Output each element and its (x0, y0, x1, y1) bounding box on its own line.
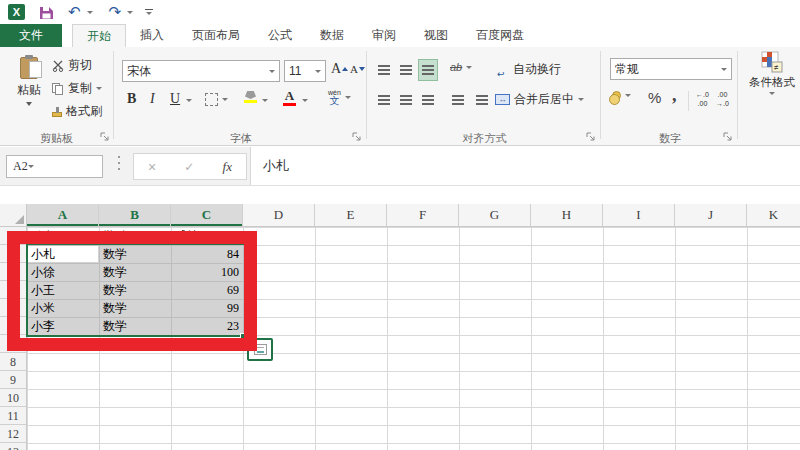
group-separator (366, 51, 367, 139)
formula-bar: A2 × ✓ fx 小札 (0, 147, 800, 186)
copy-dropdown-arrow (96, 87, 102, 90)
increase-indent-button[interactable] (472, 89, 492, 111)
column-header-I[interactable]: I (603, 204, 675, 226)
tab-review[interactable]: 审阅 (358, 24, 410, 47)
font-color-dropdown-arrow[interactable] (302, 99, 308, 102)
align-left-icon (378, 95, 390, 97)
column-header-C[interactable]: C (171, 204, 243, 226)
fill-color-dropdown-arrow[interactable] (262, 99, 268, 102)
tab-formulas[interactable]: 公式 (254, 24, 306, 47)
paste-clipboard-icon (20, 57, 38, 79)
percent-style-button[interactable]: % (648, 89, 661, 106)
undo-icon[interactable]: ↶ (68, 4, 81, 20)
select-all-corner[interactable] (0, 204, 27, 227)
column-header-B[interactable]: B (99, 204, 171, 226)
align-center-button[interactable] (396, 89, 416, 111)
comma-style-button[interactable]: , (672, 85, 677, 106)
italic-button[interactable]: I (150, 91, 155, 107)
formula-buttons: × ✓ fx (133, 153, 247, 180)
conditional-formatting-button[interactable]: ≠ 条件格式 (744, 51, 800, 95)
tab-file[interactable]: 文件 (0, 24, 62, 47)
quick-access-toolbar: X ↶ ↷ (0, 0, 800, 24)
grow-font-button[interactable]: A (331, 61, 348, 77)
top-align-button[interactable] (374, 59, 394, 81)
shrink-font-arrow-icon (359, 67, 365, 71)
accounting-format-button[interactable] (612, 91, 631, 100)
column-header-H[interactable]: H (531, 204, 603, 226)
borders-button[interactable] (205, 93, 228, 106)
fill-color-button[interactable] (244, 91, 257, 103)
row-header-9[interactable]: 9 (0, 371, 26, 389)
shrink-font-button[interactable]: A (350, 63, 365, 75)
column-header-K[interactable]: K (747, 204, 800, 226)
font-size-combo[interactable]: 11 (284, 60, 326, 82)
decrease-decimal-button[interactable]: .00 →.0 (716, 91, 729, 109)
merge-center-dropdown-arrow (578, 98, 584, 101)
underline-button[interactable]: U (170, 91, 180, 107)
formula-bar-separator-dots (118, 156, 120, 158)
font-color-button[interactable]: A (283, 89, 296, 106)
group-separator (113, 51, 114, 139)
excel-window: X ↶ ↷ 文件 开始 插入 页面布局 公式 数据 审阅 视图 百度网盘 粘贴 (0, 0, 800, 450)
increase-decimal-button[interactable]: ←.0 .00 (696, 91, 709, 109)
phonetic-guide-button[interactable]: wén 文 (328, 89, 351, 106)
row-header-13[interactable]: 13 (0, 443, 26, 450)
borders-icon (205, 93, 218, 106)
column-header-A[interactable]: A (27, 204, 99, 226)
cancel-icon[interactable]: × (148, 159, 156, 175)
redo-icon[interactable]: ↷ (109, 4, 122, 20)
font-dialog-launcher-icon[interactable] (352, 132, 362, 142)
enter-icon[interactable]: ✓ (184, 160, 194, 174)
cut-button[interactable]: 剪切 (52, 57, 92, 74)
excel-app-icon[interactable]: X (8, 4, 25, 20)
tab-insert[interactable]: 插入 (126, 24, 178, 47)
undo-dropdown-arrow[interactable] (87, 11, 93, 14)
column-header-J[interactable]: J (675, 204, 747, 226)
tab-home[interactable]: 开始 (72, 24, 126, 47)
wrap-text-icon: ↩ (495, 64, 509, 76)
align-left-button[interactable] (374, 89, 394, 111)
row-header-11[interactable]: 11 (0, 407, 26, 425)
column-header-G[interactable]: G (459, 204, 531, 226)
copy-button[interactable]: 复制 (52, 80, 102, 97)
scissors-icon (52, 60, 64, 72)
align-right-button[interactable] (418, 89, 438, 111)
tab-page-layout[interactable]: 页面布局 (178, 24, 254, 47)
row-header-10[interactable]: 10 (0, 389, 26, 407)
row-header-12[interactable]: 12 (0, 425, 26, 443)
paste-button[interactable]: 粘贴 (9, 57, 49, 106)
column-header-F[interactable]: F (387, 204, 459, 226)
tab-baidu-netdisk[interactable]: 百度网盘 (462, 24, 538, 47)
align-right-icon (422, 95, 434, 97)
conditional-formatting-icon: ≠ (761, 51, 783, 73)
insert-function-icon[interactable]: fx (223, 159, 232, 175)
name-box[interactable]: A2 (6, 155, 103, 178)
decrease-indent-button[interactable] (448, 89, 468, 111)
font-name-combo[interactable]: 宋体 (122, 60, 280, 82)
phonetic-dropdown-arrow (345, 96, 351, 99)
underline-dropdown-arrow[interactable] (186, 99, 192, 102)
bottom-align-button[interactable] (418, 59, 438, 81)
alignment-group-label: 对齐方式 (369, 131, 600, 146)
column-header-D[interactable]: D (243, 204, 315, 226)
alignment-dialog-launcher-icon[interactable] (586, 132, 596, 142)
format-painter-button[interactable]: 格式刷 (52, 103, 102, 120)
number-format-combo[interactable]: 常规 (610, 58, 732, 80)
wrap-text-button[interactable]: ↩ 自动换行 (495, 61, 561, 78)
orientation-button[interactable]: ab (450, 61, 472, 73)
customize-qat-icon[interactable] (145, 9, 153, 15)
number-dialog-launcher-icon[interactable] (723, 132, 733, 142)
column-header-E[interactable]: E (315, 204, 387, 226)
row-header-8[interactable]: 8 (0, 353, 26, 371)
tab-view[interactable]: 视图 (410, 24, 462, 47)
middle-align-button[interactable] (396, 59, 416, 81)
group-separator (600, 51, 601, 139)
save-icon[interactable] (39, 5, 54, 20)
merge-center-button[interactable]: ↔ 合并后居中 (495, 91, 584, 108)
tab-data[interactable]: 数据 (306, 24, 358, 47)
formula-input[interactable]: 小札 (250, 147, 800, 185)
name-box-dropdown-arrow (28, 165, 34, 168)
redo-dropdown-arrow[interactable] (127, 11, 133, 14)
bold-button[interactable]: B (127, 91, 136, 107)
clipboard-dialog-launcher-icon[interactable] (100, 132, 110, 142)
